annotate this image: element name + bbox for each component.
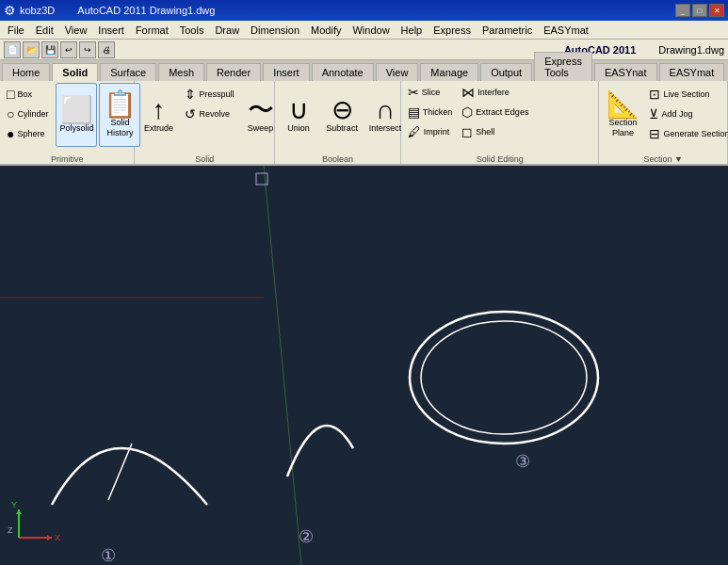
redo-button[interactable]: ↪	[79, 41, 96, 58]
open-button[interactable]: 📂	[23, 41, 40, 58]
subtract-button[interactable]: ⊖ Subtract	[321, 83, 363, 147]
menu-edit[interactable]: Edit	[30, 23, 59, 38]
primitive-label: Primitive	[0, 154, 134, 164]
imprint-icon: 🖊	[408, 124, 421, 139]
tab-easymat[interactable]: EASYmat	[659, 63, 725, 81]
presspull-label: Presspull	[199, 89, 234, 99]
intersect-label: Intersect	[369, 123, 402, 134]
drawing-name: Drawing1.dwg	[658, 44, 724, 56]
imprint-label: Imprint	[424, 127, 450, 137]
solid-history-icon: 📋	[104, 91, 137, 118]
tab-output[interactable]: Output	[480, 63, 532, 81]
ribbon-group-section: 📐 Section Plane ⊡ Live Section ⊻ Add Jog…	[599, 81, 728, 166]
menu-modify[interactable]: Modify	[305, 23, 347, 38]
new-button[interactable]: 📄	[4, 41, 21, 58]
ribbon-group-boolean: ∪ Union ⊖ Subtract ∩ Intersect Boolean	[275, 81, 401, 166]
app-icon: ⚙	[4, 3, 16, 18]
fillet-edge-button[interactable]: ⌒ Fillet Edge	[404, 145, 479, 151]
generate-section-button[interactable]: ⊟ Generate Section	[645, 124, 728, 143]
polysolid-button[interactable]: ⬜ Polysolid	[56, 83, 97, 147]
slice-button[interactable]: ✂ Slice	[404, 83, 457, 102]
menu-express[interactable]: Express	[428, 23, 477, 38]
union-label: Union	[287, 123, 310, 134]
solid-label: Solid	[135, 154, 274, 164]
tab-surface[interactable]: Surface	[100, 63, 156, 81]
menu-tools[interactable]: Tools	[174, 23, 210, 38]
menu-file[interactable]: File	[2, 23, 30, 38]
shell-icon: ◻	[461, 124, 473, 139]
solid-editing-label: Solid Editing	[401, 154, 599, 164]
menu-insert[interactable]: Insert	[92, 23, 130, 38]
viewport[interactable]: ① ② ③ X Y Z	[0, 166, 728, 565]
maximize-button[interactable]: □	[692, 4, 707, 17]
sphere-button[interactable]: ● Sphere	[3, 124, 52, 143]
title-bar: ⚙ kobz3D AutoCAD 2011 Drawing1.dwg _ □ ✕	[0, 0, 728, 21]
thicken-label: Thicken	[423, 107, 453, 117]
minimize-button[interactable]: _	[675, 4, 690, 17]
svg-rect-0	[0, 166, 728, 565]
menu-view[interactable]: View	[59, 23, 93, 38]
extract-edges-label: Extract Edges	[476, 107, 528, 117]
revolve-button[interactable]: ↺ Revolve	[181, 105, 237, 123]
interfere-icon: ⋈	[461, 85, 475, 100]
menu-easymat[interactable]: EASYmat	[538, 23, 594, 38]
tab-annotate[interactable]: Annotate	[312, 63, 374, 81]
box-icon: □	[7, 87, 14, 102]
sweep-label: Sweep	[248, 123, 274, 134]
shell-button[interactable]: ◻ Shell	[458, 122, 532, 141]
extrude-button[interactable]: ↑ Extrude	[138, 83, 179, 147]
tab-render[interactable]: Render	[206, 63, 261, 81]
tab-express-tools[interactable]: Express Tools	[534, 52, 592, 81]
presspull-button[interactable]: ⇕ Presspull	[181, 85, 237, 104]
box-button[interactable]: □ Box	[3, 85, 52, 104]
subtract-label: Subtract	[326, 123, 358, 134]
thicken-button[interactable]: ▤ Thicken	[404, 103, 457, 121]
tab-insert[interactable]: Insert	[263, 63, 310, 81]
revolve-label: Revolve	[199, 109, 230, 119]
intersect-button[interactable]: ∩ Intersect	[364, 83, 406, 147]
extract-edges-button[interactable]: ⬡ Extract Edges	[458, 103, 532, 121]
intersect-icon: ∩	[376, 97, 395, 123]
section-plane-label: Section Plane	[605, 118, 640, 138]
tab-solid[interactable]: Solid	[52, 63, 98, 81]
revolve-icon: ↺	[185, 106, 196, 121]
svg-text:Y: Y	[11, 500, 17, 509]
tab-mesh[interactable]: Mesh	[158, 63, 204, 81]
menu-dimension[interactable]: Dimension	[245, 23, 305, 38]
menu-draw[interactable]: Draw	[209, 23, 245, 38]
add-jog-icon: ⊻	[649, 106, 658, 121]
live-section-button[interactable]: ⊡ Live Section	[645, 85, 728, 104]
add-jog-label: Add Jog	[661, 109, 692, 119]
add-jog-button[interactable]: ⊻ Add Jog	[645, 105, 728, 123]
title-text: AutoCAD 2011 Drawing1.dwg	[77, 5, 215, 16]
cylinder-button[interactable]: ○ Cylinder	[3, 105, 52, 123]
ribbon-tabs: Home Solid Surface Mesh Render Insert An…	[0, 60, 728, 81]
ribbon-group-primitive: □ Box ○ Cylinder ● Sphere ⬜ Polysolid	[0, 81, 135, 166]
tab-manage[interactable]: Manage	[420, 63, 478, 81]
union-button[interactable]: ∪ Union	[278, 83, 319, 147]
svg-text:③: ③	[515, 452, 530, 471]
menu-parametric[interactable]: Parametric	[477, 23, 538, 38]
tab-view[interactable]: View	[376, 63, 419, 81]
tab-easynat[interactable]: EASYnat	[594, 63, 657, 81]
menu-format[interactable]: Format	[130, 23, 174, 38]
box-label: Box	[17, 89, 32, 99]
interfere-button[interactable]: ⋈ Interfere	[458, 83, 532, 102]
close-button[interactable]: ✕	[709, 4, 724, 17]
tab-home[interactable]: Home	[2, 63, 50, 81]
ribbon-panel: □ Box ○ Cylinder ● Sphere ⬜ Polysolid	[0, 81, 728, 166]
menu-help[interactable]: Help	[396, 23, 429, 38]
section-label: Section ▼	[599, 154, 727, 164]
undo-button[interactable]: ↩	[60, 41, 77, 58]
imprint-button[interactable]: 🖊 Imprint	[404, 122, 457, 141]
boolean-label: Boolean	[275, 154, 400, 164]
save-button[interactable]: 💾	[41, 41, 58, 58]
section-plane-button[interactable]: 📐 Section Plane	[602, 83, 643, 147]
ribbon-group-solid: ↑ Extrude ⇕ Presspull ↺ Revolve 〜 Sweep	[135, 81, 275, 166]
cylinder-label: Cylinder	[17, 109, 48, 119]
slice-icon: ✂	[408, 85, 419, 100]
generate-section-icon: ⊟	[649, 126, 660, 141]
print-button[interactable]: 🖨	[98, 41, 115, 58]
extract-edges-icon: ⬡	[461, 105, 473, 120]
menu-window[interactable]: Window	[347, 23, 395, 38]
